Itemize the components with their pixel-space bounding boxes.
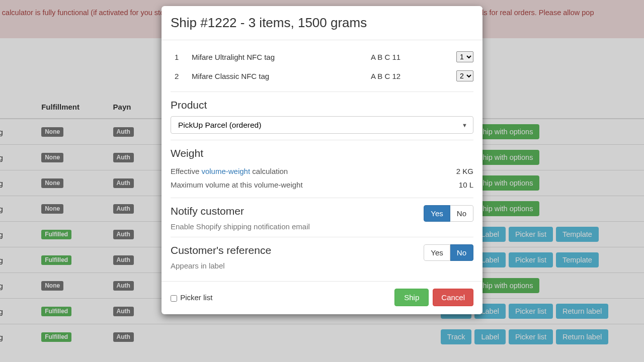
line-item-index: 2: [171, 72, 192, 80]
line-item-qty-select[interactable]: 2: [456, 70, 473, 81]
cancel-button[interactable]: Cancel: [433, 289, 473, 306]
notify-yes-button[interactable]: Yes: [424, 205, 450, 222]
line-item-row: 1Mifare Ultralight NFC tagA B C 111: [171, 47, 473, 66]
notify-toggle: Yes No: [424, 205, 473, 222]
max-volume-value: 10 L: [459, 180, 473, 189]
ship-modal: Ship #1222 - 3 items, 1500 grams 1Mifare…: [162, 6, 482, 314]
line-item-index: 1: [171, 53, 192, 61]
reference-section-title: Customer's reference: [171, 244, 271, 256]
line-item-name: Mifare Classic NFC tag: [192, 72, 371, 80]
line-item-row: 2Mifare Classic NFC tagA B C 122: [171, 66, 473, 85]
reference-toggle: Yes No: [424, 244, 473, 261]
ship-button[interactable]: Ship: [394, 289, 429, 306]
modal-header: Ship #1222 - 3 items, 1500 grams: [162, 6, 482, 40]
picker-list-label[interactable]: Picker list: [171, 293, 212, 302]
line-item-qty-select[interactable]: 1: [456, 51, 473, 62]
reference-yes-button[interactable]: Yes: [424, 244, 450, 261]
notify-section-title: Notify customer: [171, 205, 310, 217]
notify-section-sub: Enable Shopify shipping notification ema…: [171, 222, 310, 231]
reference-section-sub: Appears in label: [171, 261, 271, 270]
notify-no-button[interactable]: No: [450, 205, 473, 222]
product-select[interactable]: PickUp Parcel (ordered): [171, 116, 473, 134]
effective-weight-value: 2 KG: [456, 167, 473, 175]
picker-list-checkbox[interactable]: [171, 295, 177, 302]
line-item-name: Mifare Ultralight NFC tag: [192, 53, 371, 61]
line-item-location: A B C 12: [371, 72, 456, 80]
product-section-title: Product: [171, 99, 473, 111]
line-item-location: A B C 11: [371, 53, 456, 61]
volume-weight-link[interactable]: volume-weight: [201, 167, 250, 175]
max-volume-label: Maximum volume at this volume-weight: [171, 180, 303, 189]
effective-weight-label: Effective volume-weight calculation: [171, 167, 288, 175]
reference-no-button[interactable]: No: [450, 244, 473, 261]
modal-title: Ship #1222 - 3 items, 1500 grams: [171, 15, 473, 31]
weight-section-title: Weight: [171, 147, 473, 159]
